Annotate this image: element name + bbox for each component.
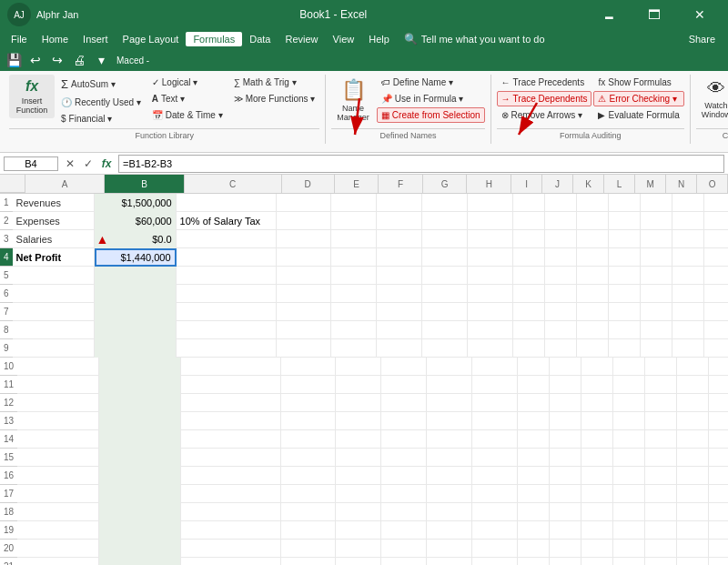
close-button[interactable]: ✕ bbox=[679, 0, 721, 29]
share-button[interactable]: Share bbox=[680, 32, 724, 46]
logical-button[interactable]: ✓ Logical ▾ bbox=[147, 75, 228, 90]
formula-input[interactable] bbox=[118, 155, 724, 173]
menu-file[interactable]: File bbox=[4, 32, 35, 46]
cell-m1[interactable] bbox=[641, 194, 672, 212]
cell-j2[interactable] bbox=[545, 212, 577, 230]
autosum-button[interactable]: Σ AutoSum ▾ bbox=[56, 75, 146, 94]
menu-home[interactable]: Home bbox=[35, 32, 76, 46]
menu-help[interactable]: Help bbox=[361, 32, 397, 46]
cell-i2[interactable] bbox=[513, 212, 545, 230]
cell-o4[interactable] bbox=[704, 248, 728, 267]
define-name-button[interactable]: 🏷 Define Name ▾ bbox=[377, 75, 485, 90]
col-header-g[interactable]: G bbox=[423, 175, 468, 193]
col-header-l[interactable]: L bbox=[604, 175, 635, 193]
cell-f3[interactable] bbox=[377, 230, 422, 248]
col-header-k[interactable]: K bbox=[573, 175, 604, 193]
watch-window-button[interactable]: 👁 WatchWindow bbox=[696, 75, 728, 123]
math-trig-button[interactable]: ∑ Math & Trig ▾ bbox=[229, 75, 320, 90]
cell-e2[interactable] bbox=[331, 212, 377, 230]
col-header-b[interactable]: B bbox=[105, 175, 184, 193]
cell-b2[interactable]: $60,000 bbox=[95, 212, 177, 230]
menu-review[interactable]: Review bbox=[278, 32, 325, 46]
cell-d3[interactable] bbox=[277, 230, 331, 248]
col-header-j[interactable]: J bbox=[542, 175, 573, 193]
cell-k1[interactable] bbox=[577, 194, 609, 212]
cell-i1[interactable] bbox=[513, 194, 545, 212]
evaluate-formula-button[interactable]: ▶ Evaluate Formula bbox=[593, 107, 683, 123]
col-header-a[interactable]: A bbox=[25, 175, 105, 193]
menu-data[interactable]: Data bbox=[242, 32, 278, 46]
maximize-button[interactable]: 🗖 bbox=[633, 0, 675, 29]
cell-g3[interactable] bbox=[422, 230, 468, 248]
cell-c3[interactable] bbox=[177, 230, 277, 248]
cell-j1[interactable] bbox=[545, 194, 577, 212]
cell-d2[interactable] bbox=[277, 212, 331, 230]
cell-a4[interactable]: Net Profit bbox=[13, 248, 95, 267]
cell-i3[interactable] bbox=[513, 230, 545, 248]
cell-k3[interactable] bbox=[577, 230, 609, 248]
cell-a3[interactable]: Salaries bbox=[13, 230, 95, 248]
col-header-i[interactable]: I bbox=[511, 175, 542, 193]
cell-m2[interactable] bbox=[641, 212, 672, 230]
cell-j3[interactable] bbox=[545, 230, 577, 248]
menu-page-layout[interactable]: Page Layout bbox=[116, 32, 187, 46]
cell-f4[interactable] bbox=[377, 248, 422, 267]
col-header-m[interactable]: M bbox=[635, 175, 666, 193]
cell-n4[interactable] bbox=[672, 248, 704, 267]
cell-c1[interactable] bbox=[177, 194, 277, 212]
cell-m4[interactable] bbox=[641, 248, 672, 267]
cell-g2[interactable] bbox=[422, 212, 468, 230]
recently-used-button[interactable]: 🕐 Recently Used ▾ bbox=[56, 95, 146, 110]
menu-view[interactable]: View bbox=[326, 32, 362, 46]
col-header-e[interactable]: E bbox=[335, 175, 379, 193]
cell-l4[interactable] bbox=[609, 248, 641, 267]
cell-a1[interactable]: Revenues bbox=[13, 194, 95, 212]
qa-save[interactable]: 💾 bbox=[4, 50, 24, 70]
cell-b1[interactable]: $1,500,000 bbox=[95, 194, 177, 212]
cell-o1[interactable] bbox=[704, 194, 728, 212]
cell-e3[interactable] bbox=[331, 230, 377, 248]
cell-d4[interactable] bbox=[277, 248, 331, 267]
cell-e4[interactable] bbox=[331, 248, 377, 267]
cell-o2[interactable] bbox=[704, 212, 728, 230]
insert-function-button[interactable]: fx InsertFunction bbox=[9, 75, 55, 118]
cell-c2[interactable]: 10% of Salary Tax bbox=[177, 212, 277, 230]
col-header-f[interactable]: F bbox=[379, 175, 423, 193]
cell-o3[interactable] bbox=[704, 230, 728, 248]
col-header-o[interactable]: O bbox=[697, 175, 728, 193]
use-in-formula-button[interactable]: 📌 Use in Formula ▾ bbox=[377, 91, 485, 106]
col-header-c[interactable]: C bbox=[185, 175, 282, 193]
col-header-d[interactable]: D bbox=[282, 175, 335, 193]
cell-n3[interactable] bbox=[672, 230, 704, 248]
cell-f2[interactable] bbox=[377, 212, 422, 230]
cell-k4[interactable] bbox=[577, 248, 609, 267]
qa-redo[interactable]: ↪ bbox=[47, 50, 67, 70]
col-header-h[interactable]: H bbox=[467, 175, 511, 193]
cell-h3[interactable] bbox=[468, 230, 513, 248]
cell-b3[interactable]: ▲ $0.0 bbox=[95, 230, 177, 248]
menu-insert[interactable]: Insert bbox=[76, 32, 116, 46]
qa-more[interactable]: ▾ bbox=[91, 50, 111, 70]
cell-n2[interactable] bbox=[672, 212, 704, 230]
cell-h2[interactable] bbox=[468, 212, 513, 230]
cell-n1[interactable] bbox=[672, 194, 704, 212]
date-time-button[interactable]: 📅 Date & Time ▾ bbox=[147, 107, 228, 123]
cell-g1[interactable] bbox=[422, 194, 468, 212]
error-checking-button[interactable]: ⚠ Error Checking ▾ bbox=[593, 91, 683, 106]
cell-h4[interactable] bbox=[468, 248, 513, 267]
col-header-n[interactable]: N bbox=[666, 175, 697, 193]
cell-d1[interactable] bbox=[277, 194, 331, 212]
cell-j4[interactable] bbox=[545, 248, 577, 267]
name-box[interactable] bbox=[4, 156, 58, 171]
insert-function-small-button[interactable]: fx bbox=[98, 156, 115, 172]
cell-i4[interactable] bbox=[513, 248, 545, 267]
menu-formulas[interactable]: Formulas bbox=[186, 32, 242, 46]
cell-l1[interactable] bbox=[609, 194, 641, 212]
text-button[interactable]: A Text ▾ bbox=[147, 91, 228, 106]
cell-e1[interactable] bbox=[331, 194, 377, 212]
cell-m3[interactable] bbox=[641, 230, 672, 248]
trace-precedents-button[interactable]: ← Trace Precedents bbox=[497, 75, 592, 90]
more-functions-button[interactable]: ≫ More Functions ▾ bbox=[229, 91, 320, 106]
minimize-button[interactable]: 🗕 bbox=[588, 0, 630, 29]
cell-k2[interactable] bbox=[577, 212, 609, 230]
